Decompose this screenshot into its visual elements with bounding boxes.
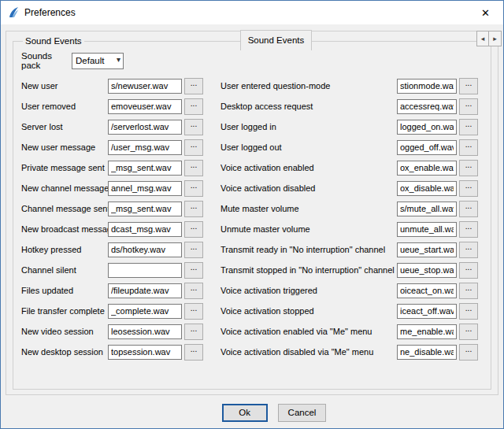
sound-file-input[interactable] [108, 242, 182, 257]
sound-file-input[interactable] [108, 345, 182, 360]
sound-file-input[interactable] [108, 79, 182, 94]
browse-button[interactable]: ... [184, 160, 203, 176]
sound-file-input[interactable] [397, 242, 457, 257]
sound-event-label: Private message sent [21, 163, 108, 172]
sound-event-label: New video session [21, 327, 108, 336]
browse-button[interactable]: ... [184, 78, 203, 94]
sound-event-label: New user message [21, 142, 108, 152]
dialog-footer: Ok Cancel [1, 397, 503, 428]
ok-button[interactable]: Ok [222, 404, 268, 422]
browse-button[interactable]: ... [459, 98, 478, 115]
tab-page-sound-events: Sound Events Sounds pack Default ▾ New u… [6, 31, 498, 395]
sound-event-label: Transmit stopped in "No interruption" ch… [220, 265, 397, 275]
browse-button[interactable]: ... [459, 201, 478, 217]
sound-file-input[interactable] [397, 283, 457, 298]
app-logo-icon [7, 6, 20, 19]
sound-event-label: Desktop access request [220, 102, 397, 111]
sound-file-input[interactable] [108, 222, 182, 237]
browse-button[interactable]: ... [184, 201, 203, 217]
sound-event-label: Server lost [21, 122, 108, 131]
browse-button[interactable]: ... [459, 242, 478, 258]
sound-event-label: User logged in [220, 122, 397, 131]
sounds-pack-row: Sounds pack Default ▾ [21, 52, 483, 69]
browse-button[interactable]: ... [459, 283, 478, 299]
sound-event-row: Channel silent... [21, 260, 203, 280]
sound-event-label: New user [21, 81, 108, 91]
sounds-pack-label: Sounds pack [21, 51, 72, 70]
browse-button[interactable]: ... [184, 242, 203, 258]
sound-event-label: Voice activation enabled [220, 163, 397, 172]
sound-file-input[interactable] [397, 263, 457, 278]
sound-file-input[interactable] [397, 120, 457, 135]
browse-button[interactable]: ... [184, 262, 203, 279]
sound-event-label: Voice activation disabled via "Me" menu [220, 347, 397, 357]
cancel-button[interactable]: Cancel [278, 404, 327, 422]
browse-button[interactable]: ... [184, 324, 203, 340]
browse-button[interactable]: ... [459, 324, 478, 340]
sound-file-input[interactable] [108, 99, 182, 114]
sound-file-input[interactable] [397, 324, 457, 339]
sound-file-input[interactable] [108, 324, 182, 339]
tab-scroll-left-icon[interactable]: ◂ [476, 31, 489, 46]
sound-event-label: Voice activation disabled [220, 183, 397, 193]
browse-button[interactable]: ... [459, 160, 478, 176]
sound-event-label: New channel message [21, 183, 108, 193]
sound-event-row: User removed... [21, 96, 203, 116]
preferences-window: Preferences ✕ GeneralDisplayConnectionSo… [0, 0, 504, 429]
sound-file-input[interactable] [397, 345, 457, 360]
window-title: Preferences [24, 7, 76, 18]
sound-file-input[interactable] [397, 181, 457, 196]
tab-scroll-control: ◂ ▸ [476, 31, 502, 46]
sound-file-input[interactable] [108, 283, 182, 298]
browse-button[interactable]: ... [184, 221, 203, 238]
browse-button[interactable]: ... [459, 180, 478, 197]
sound-event-row: Voice activation disabled... [220, 178, 478, 198]
browse-button[interactable]: ... [459, 303, 478, 320]
sound-file-input[interactable] [108, 181, 182, 196]
browse-button[interactable]: ... [184, 283, 203, 299]
sound-file-input[interactable] [108, 120, 182, 135]
sound-event-column-right: User entered question-mode...Desktop acc… [220, 76, 478, 362]
sound-event-row: Files updated... [21, 280, 203, 301]
browse-button[interactable]: ... [459, 119, 478, 135]
sound-event-row: Voice activation enabled via "Me" menu..… [220, 321, 478, 342]
sound-file-input[interactable] [397, 222, 457, 237]
sound-file-input[interactable] [397, 99, 457, 114]
browse-button[interactable]: ... [459, 78, 478, 94]
sound-file-input[interactable] [108, 161, 182, 176]
group-title: Sound Events [23, 36, 84, 46]
close-icon[interactable]: ✕ [468, 2, 503, 24]
sound-event-columns: New user...User removed...Server lost...… [21, 76, 483, 362]
sound-file-input[interactable] [397, 161, 457, 176]
browse-button[interactable]: ... [184, 303, 203, 320]
sound-event-row: New user... [21, 76, 203, 96]
tab-scroll-right-icon[interactable]: ▸ [489, 31, 502, 46]
sound-file-input[interactable] [397, 304, 457, 319]
browse-button[interactable]: ... [459, 139, 478, 156]
browse-button[interactable]: ... [459, 221, 478, 238]
sound-event-row: Voice activation enabled... [220, 157, 478, 178]
browse-button[interactable]: ... [184, 119, 203, 135]
sounds-pack-select[interactable]: Default ▾ [72, 53, 124, 69]
sound-file-input[interactable] [108, 140, 182, 155]
sound-file-input[interactable] [397, 140, 457, 155]
browse-button[interactable]: ... [184, 180, 203, 197]
sound-event-row: Voice activation stopped... [220, 301, 478, 321]
browse-button[interactable]: ... [184, 98, 203, 115]
sound-file-input[interactable] [108, 202, 182, 216]
sound-file-input[interactable] [108, 304, 182, 319]
browse-button[interactable]: ... [184, 344, 203, 361]
browse-button[interactable]: ... [459, 344, 478, 361]
sound-event-row: Mute master volume... [220, 198, 478, 219]
browse-button[interactable]: ... [459, 262, 478, 279]
sound-event-label: User entered question-mode [220, 81, 397, 91]
sound-event-label: Channel message sent [21, 204, 108, 213]
browse-button[interactable]: ... [184, 139, 203, 156]
sounds-pack-value: Default [76, 56, 104, 65]
tab-sound-events[interactable]: Sound Events [240, 30, 313, 50]
sound-file-input[interactable] [397, 202, 457, 216]
sound-file-input[interactable] [397, 79, 457, 94]
sound-event-label: Files updated [21, 286, 108, 295]
sound-event-label: User logged out [220, 142, 397, 152]
sound-file-input[interactable] [108, 263, 182, 278]
